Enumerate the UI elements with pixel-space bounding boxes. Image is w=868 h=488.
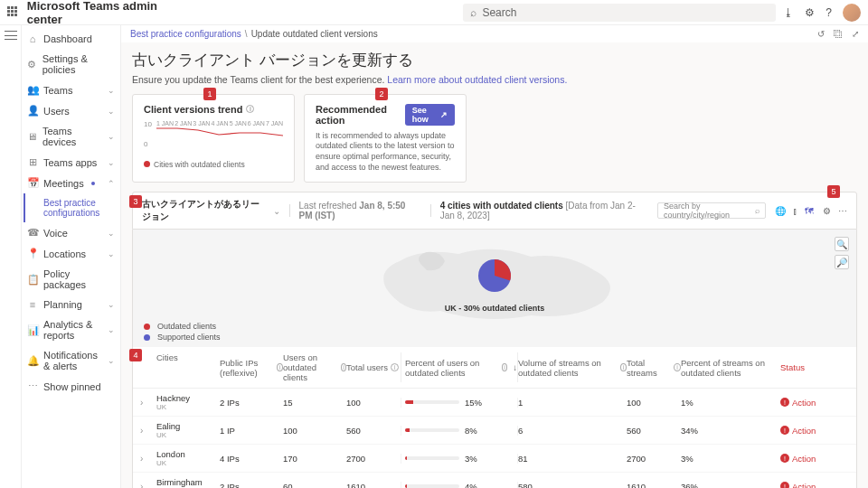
expand-row-icon[interactable]: › (140, 482, 143, 488)
info-icon[interactable]: i (246, 105, 254, 113)
nav-sub-best-practice[interactable]: Best practice configurations (24, 193, 120, 222)
nav-item-teams-apps[interactable]: ⊞Teams apps⌄ (22, 152, 120, 173)
chevron-down-icon: ⌄ (108, 229, 115, 238)
search-icon: ⌕ (755, 206, 760, 215)
more-icon[interactable]: ⋯ (838, 206, 847, 216)
nav-item-meetings[interactable]: 📅Meetings⌃ (22, 173, 120, 193)
table-row[interactable]: › LondonUK 4 IPs 170 2700 3% 81 2700 3% … (133, 445, 856, 473)
callout-1: 1 (203, 88, 216, 100)
info-icon[interactable]: i (674, 363, 681, 371)
recommended-action-card: 2 Recommended action See how ↗ It is rec… (304, 94, 467, 183)
search-placeholder: Search (482, 6, 516, 19)
callout-4: 4 (129, 349, 142, 361)
sort-desc-icon[interactable]: ↓ (513, 362, 517, 372)
table-header: 4 Cities Public IPs (reflexive)i Users o… (133, 347, 856, 389)
download-icon[interactable]: ⭳ (783, 6, 794, 19)
action-link[interactable]: Action (792, 426, 816, 436)
action-link[interactable]: Action (792, 454, 816, 464)
chevron-down-icon[interactable]: ⌄ (273, 206, 280, 216)
info-icon[interactable]: i (502, 363, 508, 371)
trend-card: 1 Client versions trendi 10 0 1 JAN2 JAN… (132, 94, 295, 183)
nav-icon: 🖥 (27, 131, 37, 142)
nav-item-planning[interactable]: ≡Planning⌄ (22, 295, 120, 314)
trend-chart: 10 0 1 JAN2 JAN3 JAN4 JAN5 JAN6 JAN7 JAN (144, 120, 283, 156)
nav-icon: ⚙ (27, 59, 37, 70)
info-icon[interactable]: i (620, 363, 627, 371)
page-title: 古いクライアント バージョンを更新する (132, 50, 857, 70)
chevron-down-icon: ⌄ (108, 300, 115, 309)
app-title: Microsoft Teams admin center (27, 0, 194, 26)
percent-bar (405, 428, 459, 432)
expand-row-icon[interactable]: › (140, 454, 143, 464)
nav-item-teams[interactable]: 👥Teams⌄ (22, 80, 120, 100)
sidebar: ⌂Dashboard⚙Settings & policies👥Teams⌄👤Us… (22, 25, 121, 488)
see-how-button[interactable]: See how ↗ (405, 104, 455, 126)
hamburger-icon[interactable] (5, 31, 17, 40)
chevron-down-icon: ⌄ (108, 107, 115, 116)
breadcrumb-root[interactable]: Best practice configurations (130, 29, 241, 39)
nav-item-locations[interactable]: 📍Locations⌄ (22, 243, 120, 264)
left-rail (0, 25, 22, 488)
table-row[interactable]: › EalingUK 1 IP 100 560 8% 6 560 34% !Ac… (133, 417, 856, 445)
search-icon: ⌕ (470, 6, 476, 19)
nav-item-users[interactable]: 👤Users⌄ (22, 100, 120, 121)
filter-icon[interactable]: ⫿ (793, 206, 797, 216)
top-bar: Microsoft Teams admin center ⌕ Search ⭳ … (0, 0, 868, 25)
callout-2: 2 (375, 88, 388, 100)
table-row[interactable]: › BirminghamUK 2 IPs 60 1610 4% 580 1610… (133, 473, 856, 488)
learn-more-link[interactable]: Learn more about outdated client version… (387, 74, 567, 85)
nav-item-teams-devices[interactable]: 🖥Teams devices⌄ (22, 121, 120, 152)
nav-item-analytics-reports[interactable]: 📊Analytics & reports⌄ (22, 314, 120, 345)
nav-item-settings-policies[interactable]: ⚙Settings & policies (22, 49, 120, 80)
copy-icon[interactable]: ⿻ (834, 29, 843, 39)
expand-row-icon[interactable]: › (140, 426, 143, 436)
alert-icon: ! (780, 482, 789, 488)
region-search[interactable]: Search by country/city/region ⌕ (657, 202, 766, 219)
percent-bar (405, 400, 459, 404)
waffle-icon[interactable] (7, 6, 20, 19)
nav-item-dashboard[interactable]: ⌂Dashboard (22, 29, 120, 49)
map-area[interactable]: UK - 30% outdated clients Outdated clien… (132, 230, 857, 347)
nav-item-show-pinned[interactable]: ⋯Show pinned (22, 376, 120, 397)
chevron-down-icon: ⌄ (108, 356, 115, 365)
chevron-down-icon: ⌄ (108, 158, 115, 167)
nav-item-policy-packages[interactable]: 📋Policy packages (22, 264, 120, 295)
nav-item-notifications-alerts[interactable]: 🔔Notifications & alerts⌄ (22, 345, 120, 376)
nav-icon: 🔔 (27, 355, 38, 367)
breadcrumb-bar: Best practice configurations \ Update ou… (121, 25, 868, 42)
alert-icon: ! (780, 426, 789, 435)
table-row[interactable]: › HackneyUK 2 IPs 15 100 15% 1 100 1% !A… (133, 389, 856, 417)
globe-icon[interactable]: 🌐 (775, 206, 786, 216)
legend-dot-outdated (144, 161, 150, 167)
nav-icon: 📊 (27, 324, 38, 336)
global-search[interactable]: ⌕ Search (463, 4, 776, 22)
nav-icon: 📋 (27, 274, 38, 286)
trend-title: Client versions trend (144, 104, 242, 115)
breadcrumb-current: Update outdated client versions (251, 29, 378, 39)
zoom-out-button[interactable]: 🔎 (835, 255, 849, 269)
expand-icon[interactable]: ⤢ (852, 29, 859, 39)
help-icon[interactable]: ? (826, 6, 832, 19)
chevron-down-icon: ⌄ (108, 249, 115, 258)
info-icon[interactable]: i (391, 363, 399, 371)
cities-table: 4 Cities Public IPs (reflexive)i Users o… (132, 347, 857, 488)
action-link[interactable]: Action (792, 398, 816, 408)
gear-icon[interactable]: ⚙ (823, 206, 831, 216)
action-link[interactable]: Action (792, 482, 816, 488)
alert-icon: ! (780, 454, 789, 463)
chevron-up-icon: ⌃ (108, 179, 115, 188)
expand-row-icon[interactable]: › (140, 398, 143, 408)
callout-3: 3 (129, 195, 142, 208)
reco-title: Recommended action (316, 104, 401, 126)
external-link-icon: ↗ (440, 110, 448, 119)
history-icon[interactable]: ↺ (817, 29, 825, 39)
zoom-in-button[interactable]: 🔍 (835, 237, 849, 251)
info-icon[interactable]: i (277, 363, 283, 371)
map-icon[interactable]: 🗺 (805, 206, 816, 215)
nav-item-voice[interactable]: ☎Voice⌄ (22, 222, 120, 243)
settings-icon[interactable]: ⚙ (805, 6, 815, 19)
avatar[interactable] (843, 4, 861, 22)
chevron-down-icon: ⌄ (108, 325, 115, 334)
nav-icon: ≡ (27, 299, 38, 310)
nav-icon: 📅 (27, 177, 38, 189)
